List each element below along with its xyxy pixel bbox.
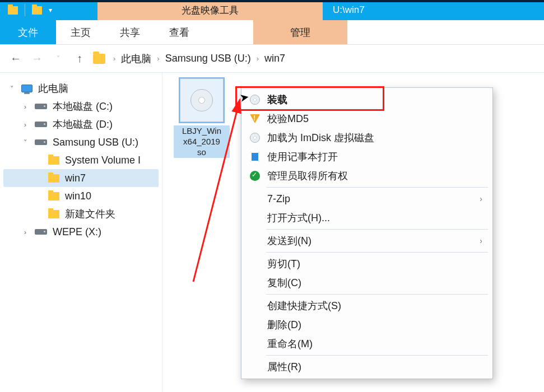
shield-y-icon-slot bbox=[247, 114, 263, 123]
menu-item-label: 复制(C) bbox=[263, 276, 482, 290]
menu-item-label: 属性(R) bbox=[263, 360, 482, 374]
drive-icon bbox=[35, 122, 47, 127]
folder-icon bbox=[32, 6, 42, 15]
menu-item-label: 重命名(M) bbox=[263, 337, 482, 351]
tree-folder-svi[interactable]: System Volume I bbox=[3, 151, 159, 169]
expand-icon[interactable]: › bbox=[21, 120, 29, 129]
menu-item-12[interactable]: 复制(C) bbox=[241, 273, 492, 292]
disc-icon bbox=[190, 89, 213, 111]
menu-item-1[interactable]: 校验MD5 bbox=[241, 109, 492, 128]
tree-drive-u[interactable]: ˅ Samsung USB (U:) bbox=[3, 133, 159, 151]
menu-item-label: 创建快捷方式(S) bbox=[263, 299, 482, 312]
menu-item-9[interactable]: 发送到(N)› bbox=[241, 231, 492, 250]
admin-shield-icon bbox=[250, 171, 260, 181]
crumb-this-pc[interactable]: 此电脑 bbox=[121, 52, 151, 66]
tree-label: System Volume I bbox=[65, 155, 141, 166]
nav-up-button[interactable]: ↑ bbox=[72, 51, 87, 67]
menu-item-label: 校验MD5 bbox=[263, 112, 482, 125]
menu-item-label: 管理员取得所有权 bbox=[263, 169, 482, 183]
navigation-bar: ← → ˅ ↑ › 此电脑 › Samsung USB (U:) › win7 bbox=[0, 45, 544, 73]
context-menu[interactable]: 装载校验MD5加载为 ImDisk 虚拟磁盘使用记事本打开管理员取得所有权7-Z… bbox=[241, 87, 493, 379]
crumb-folder[interactable]: win7 bbox=[264, 53, 285, 64]
menu-item-4[interactable]: 管理员取得所有权 bbox=[241, 166, 492, 185]
tree-folder-win10[interactable]: win10 bbox=[3, 187, 159, 205]
tab-home[interactable]: 主页 bbox=[56, 20, 105, 44]
menu-item-2[interactable]: 加载为 ImDisk 虚拟磁盘 bbox=[241, 128, 492, 147]
tree-folder-newfolder[interactable]: 新建文件夹 bbox=[3, 205, 159, 223]
disc-icon-slot bbox=[247, 133, 263, 143]
navigation-tree[interactable]: ˅ 此电脑 › 本地磁盘 (C:) › 本地磁盘 (D:) ˅ Samsung … bbox=[0, 73, 162, 392]
nav-history-dropdown[interactable]: ˅ bbox=[50, 51, 66, 67]
file-thumbnail bbox=[180, 78, 224, 122]
folder-icon bbox=[93, 54, 105, 64]
menu-separator bbox=[266, 294, 488, 295]
menu-item-0[interactable]: 装载 bbox=[241, 90, 492, 109]
drive-icon bbox=[35, 104, 47, 109]
file-tab[interactable]: 文件 bbox=[0, 20, 56, 44]
disc-icon bbox=[250, 133, 260, 143]
chevron-right-icon[interactable]: › bbox=[257, 54, 259, 63]
iso-file-item[interactable]: LBJY_Win x64_2019 so bbox=[174, 78, 230, 158]
tree-label: WEPE (X:) bbox=[53, 226, 101, 238]
expand-icon[interactable]: ˅ bbox=[8, 85, 16, 93]
pc-icon bbox=[21, 85, 32, 92]
chevron-right-icon[interactable]: › bbox=[113, 54, 115, 63]
notepad-icon bbox=[250, 152, 259, 162]
menu-item-7[interactable]: 打开方式(H)... bbox=[241, 208, 492, 227]
disc-icon-slot bbox=[247, 95, 263, 105]
menu-item-15[interactable]: 删除(D) bbox=[241, 315, 492, 334]
menu-separator bbox=[266, 187, 488, 188]
menu-item-label: 剪切(T) bbox=[263, 257, 482, 270]
tree-drive-c[interactable]: › 本地磁盘 (C:) bbox=[3, 97, 159, 115]
menu-item-16[interactable]: 重命名(M) bbox=[241, 334, 492, 353]
menu-item-label: 打开方式(H)... bbox=[263, 211, 482, 225]
menu-item-18[interactable]: 属性(R) bbox=[241, 357, 492, 376]
menu-separator bbox=[266, 229, 488, 230]
menu-item-label: 发送到(N) bbox=[263, 234, 480, 248]
expand-icon[interactable]: › bbox=[21, 102, 29, 111]
tree-label: 新建文件夹 bbox=[65, 207, 115, 221]
chevron-right-icon[interactable]: › bbox=[157, 54, 159, 63]
quick-access-toolbar: ▾ bbox=[0, 0, 97, 20]
menu-item-label: 装载 bbox=[263, 93, 482, 106]
menu-item-6[interactable]: 7-Zip› bbox=[241, 189, 492, 208]
nav-forward-button[interactable]: → bbox=[29, 51, 45, 67]
submenu-arrow-icon: › bbox=[480, 194, 482, 203]
folder-icon bbox=[48, 174, 59, 183]
file-name-label: LBJY_Win x64_2019 so bbox=[174, 125, 230, 158]
tab-manage[interactable]: 管理 bbox=[253, 20, 347, 44]
tree-drive-d[interactable]: › 本地磁盘 (D:) bbox=[3, 115, 159, 133]
menu-item-label: 加载为 ImDisk 虚拟磁盘 bbox=[263, 131, 482, 144]
crumb-drive[interactable]: Samsung USB (U:) bbox=[165, 53, 251, 64]
title-bar: ▾ 光盘映像工具 U:\win7 bbox=[0, 0, 544, 20]
breadcrumb[interactable]: › 此电脑 › Samsung USB (U:) › win7 bbox=[93, 52, 285, 66]
menu-item-3[interactable]: 使用记事本打开 bbox=[241, 147, 492, 166]
menu-item-label: 7-Zip bbox=[263, 193, 480, 205]
nav-back-button[interactable]: ← bbox=[8, 51, 24, 67]
tab-view[interactable]: 查看 bbox=[155, 20, 204, 44]
separator bbox=[25, 4, 25, 16]
expand-icon[interactable]: › bbox=[21, 228, 29, 236]
folder-icon bbox=[48, 210, 59, 218]
tree-label: win7 bbox=[65, 172, 86, 184]
contextual-tool-label: 光盘映像工具 bbox=[97, 0, 323, 20]
tab-share[interactable]: 共享 bbox=[105, 20, 155, 44]
window-title: U:\win7 bbox=[323, 0, 544, 20]
warning-shield-icon bbox=[250, 114, 260, 123]
menu-item-label: 使用记事本打开 bbox=[263, 150, 482, 164]
folder-icon bbox=[48, 156, 59, 165]
collapse-icon[interactable]: ˅ bbox=[21, 138, 29, 147]
tree-label: 本地磁盘 (C:) bbox=[53, 100, 113, 113]
menu-item-label: 删除(D) bbox=[263, 318, 482, 332]
tree-drive-x[interactable]: › WEPE (X:) bbox=[3, 223, 159, 241]
menu-item-14[interactable]: 创建快捷方式(S) bbox=[241, 296, 492, 315]
shield-g-icon-slot bbox=[247, 171, 263, 181]
window-top-edge bbox=[0, 0, 544, 2]
menu-item-11[interactable]: 剪切(T) bbox=[241, 254, 492, 273]
ribbon-tabs: 文件 主页 共享 查看 管理 bbox=[0, 20, 544, 45]
tree-folder-win7[interactable]: win7 bbox=[3, 169, 159, 187]
menu-separator bbox=[266, 355, 488, 356]
folder-icon bbox=[8, 6, 18, 15]
tree-this-pc[interactable]: ˅ 此电脑 bbox=[3, 80, 159, 97]
qat-dropdown[interactable]: ▾ bbox=[49, 6, 52, 14]
